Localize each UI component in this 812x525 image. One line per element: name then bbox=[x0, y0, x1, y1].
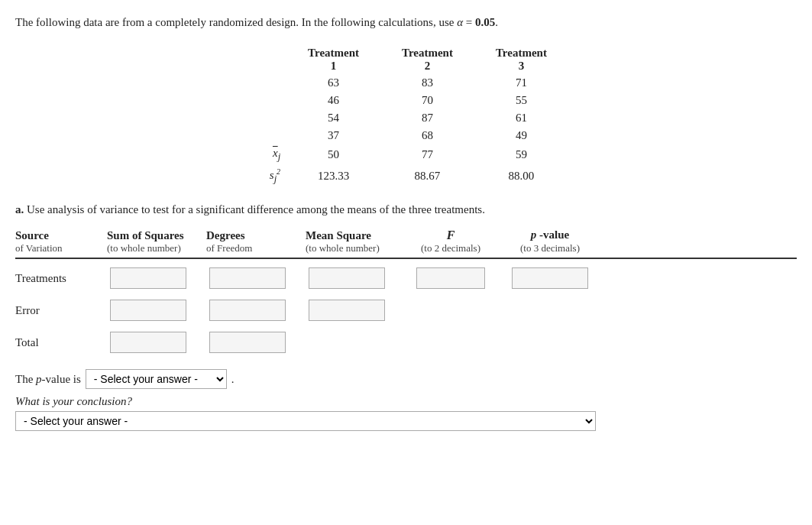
pvalue-select[interactable]: - Select your answer - less than 0.01 be… bbox=[86, 369, 227, 389]
col-header-fp: F p -value (to 2 decimals) (to 3 decimal… bbox=[405, 228, 603, 254]
data-table-wrapper: Treatment1 Treatment2 Treatment3 63 83 7… bbox=[15, 45, 797, 187]
table-row: 46 70 55 bbox=[244, 92, 568, 109]
total-label: Total bbox=[15, 336, 107, 349]
table-row: 54 87 61 bbox=[244, 109, 568, 127]
anova-row-error: Error bbox=[15, 294, 797, 326]
treatments-label: Treatments bbox=[15, 272, 107, 285]
pvalue-prefix: The p-value is bbox=[15, 373, 81, 386]
table-row: 63 83 71 bbox=[244, 74, 568, 92]
col-header-ss: Sum of Squares (to whole number) bbox=[107, 229, 206, 254]
data-table: Treatment1 Treatment2 Treatment3 63 83 7… bbox=[244, 45, 568, 187]
treatments-df-cell bbox=[206, 266, 306, 290]
treatments-ss-input[interactable] bbox=[110, 267, 186, 289]
treatments-ss-cell bbox=[107, 266, 206, 290]
conclusion-select[interactable]: - Select your answer - Reject H0. There … bbox=[15, 411, 596, 431]
anova-row-treatments: Treatments bbox=[15, 262, 797, 294]
total-ss-cell bbox=[107, 330, 206, 355]
treatments-p-cell bbox=[497, 267, 603, 289]
treatments-f-cell bbox=[405, 267, 497, 289]
error-label: Error bbox=[15, 304, 107, 317]
error-ss-cell bbox=[107, 298, 206, 322]
treatments-ms-cell bbox=[306, 266, 405, 290]
conclusion-section: What is your conclusion? - Select your a… bbox=[15, 395, 797, 431]
table-row: 37 68 49 bbox=[244, 127, 568, 144]
treatments-ms-input[interactable] bbox=[309, 267, 385, 289]
col-header-source: Source of Variation bbox=[15, 229, 107, 254]
col-header-df: Degrees of Freedom bbox=[206, 229, 306, 254]
pvalue-period: . bbox=[231, 373, 235, 386]
treatment3-header: Treatment3 bbox=[474, 45, 568, 74]
conclusion-question: What is your conclusion? bbox=[15, 395, 797, 408]
error-ss-input[interactable] bbox=[110, 300, 186, 321]
section-a-text: a. Use analysis of variance to test for … bbox=[15, 201, 797, 219]
treatments-df-input[interactable] bbox=[209, 267, 286, 289]
mean-row: xj 50 77 59 bbox=[244, 144, 568, 165]
total-df-input[interactable] bbox=[209, 332, 286, 353]
conclusion-select-wrapper: - Select your answer - Reject H0. There … bbox=[15, 411, 797, 431]
error-ms-cell bbox=[306, 298, 405, 322]
error-df-input[interactable] bbox=[209, 300, 286, 321]
anova-row-total: Total bbox=[15, 326, 797, 358]
anova-header: Source of Variation Sum of Squares (to w… bbox=[15, 228, 797, 259]
treatment2-header: Treatment2 bbox=[380, 45, 474, 74]
treatments-f-input[interactable] bbox=[416, 267, 485, 289]
total-ss-input[interactable] bbox=[110, 332, 186, 353]
error-df-cell bbox=[206, 298, 306, 322]
error-ms-input[interactable] bbox=[309, 300, 385, 321]
intro-text: The following data are from a completely… bbox=[15, 14, 797, 31]
total-df-cell bbox=[206, 330, 306, 355]
variance-row: sj2 123.33 88.67 88.00 bbox=[244, 165, 568, 187]
anova-table: Source of Variation Sum of Squares (to w… bbox=[15, 228, 797, 358]
total-ms-cell bbox=[306, 341, 405, 344]
treatment1-header: Treatment1 bbox=[286, 45, 380, 74]
pvalue-line: The p-value is - Select your answer - le… bbox=[15, 369, 797, 389]
col-header-ms: Mean Square (to whole number) bbox=[306, 229, 405, 254]
treatments-p-input[interactable] bbox=[512, 267, 588, 289]
